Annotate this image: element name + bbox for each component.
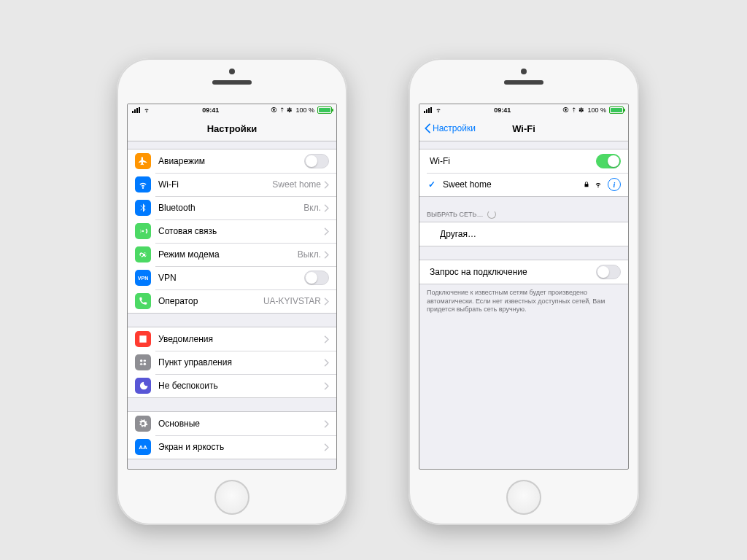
row-label: Уведомления bbox=[158, 334, 324, 344]
battery-icon bbox=[317, 106, 332, 114]
back-button[interactable]: Настройки bbox=[424, 123, 476, 133]
spinner-icon bbox=[487, 210, 496, 219]
chevron-right-icon bbox=[324, 359, 329, 367]
row-label: Авиарежим bbox=[158, 156, 304, 166]
row-display[interactable]: AA Экран и яркость bbox=[128, 435, 336, 459]
row-label: Другая… bbox=[427, 229, 621, 239]
row-value: Вкл. bbox=[303, 203, 321, 213]
chevron-right-icon bbox=[324, 204, 329, 212]
row-general[interactable]: Основные bbox=[128, 412, 336, 435]
signal-bars-icon bbox=[424, 107, 432, 113]
row-vpn[interactable]: VPN VPN bbox=[128, 266, 336, 289]
row-airplane[interactable]: Авиарежим bbox=[128, 149, 336, 173]
home-button[interactable] bbox=[506, 480, 541, 515]
ask-to-join-switch[interactable] bbox=[596, 265, 621, 279]
choose-network-group: Другая… bbox=[419, 222, 628, 246]
phone-icon bbox=[135, 293, 151, 309]
chevron-left-icon bbox=[424, 123, 431, 133]
gear-icon bbox=[135, 416, 151, 432]
battery-icon bbox=[609, 106, 624, 114]
settings-group-connectivity: Авиарежим Wi-Fi Sweet home bbox=[128, 149, 336, 314]
iphone-device-left: 09:41 ⦿ ⇡ ✽ 100 % Настройки Авиарежим bbox=[117, 58, 347, 525]
airplane-switch[interactable] bbox=[304, 154, 329, 168]
cellular-icon bbox=[135, 223, 151, 239]
row-controlcenter[interactable]: Пункт управления bbox=[128, 351, 336, 374]
row-bluetooth[interactable]: Bluetooth Вкл. bbox=[128, 196, 336, 219]
row-carrier[interactable]: Оператор UA-KYIVSTAR bbox=[128, 289, 336, 313]
display-icon: AA bbox=[135, 439, 151, 455]
row-dnd[interactable]: Не беспокоить bbox=[128, 374, 336, 397]
wifi-icon bbox=[143, 107, 150, 113]
status-indicators-icon: ⦿ ⇡ ✽ bbox=[271, 106, 293, 114]
row-label: Сотовая связь bbox=[158, 226, 324, 236]
row-label: Оператор bbox=[158, 296, 263, 306]
chevron-right-icon bbox=[324, 382, 329, 390]
settings-content: Авиарежим Wi-Fi Sweet home bbox=[128, 141, 336, 469]
row-value: Выкл. bbox=[298, 249, 321, 260]
page-title: Настройки bbox=[207, 123, 258, 134]
wifi-content: Wi-Fi ✓ Sweet home i ВЫБРАТЬ СЕТЬ… bbox=[419, 141, 628, 469]
status-time: 09:41 bbox=[202, 106, 219, 114]
row-label: Экран и яркость bbox=[158, 442, 324, 452]
row-cellular[interactable]: Сотовая связь bbox=[128, 219, 336, 243]
airplane-icon bbox=[135, 153, 151, 169]
wifi-strength-icon bbox=[595, 181, 602, 188]
row-label: Wi-Fi bbox=[427, 156, 596, 166]
row-connected-network[interactable]: ✓ Sweet home i bbox=[419, 173, 628, 196]
vpn-icon: VPN bbox=[135, 270, 151, 286]
row-label: Bluetooth bbox=[158, 203, 303, 213]
status-time: 09:41 bbox=[494, 106, 511, 114]
row-label: VPN bbox=[158, 273, 304, 283]
battery-text: 100 % bbox=[587, 106, 606, 114]
row-label: Не беспокоить bbox=[158, 381, 324, 391]
iphone-device-right: 09:41 ⦿ ⇡ ✽ 100 % Настройки Wi-Fi Wi-Fi bbox=[409, 58, 639, 525]
wifi-icon bbox=[435, 107, 442, 113]
svg-rect-3 bbox=[140, 363, 143, 365]
lock-icon bbox=[583, 181, 590, 188]
wifi-settings-icon bbox=[135, 176, 151, 192]
row-notifications[interactable]: Уведомления bbox=[128, 327, 336, 351]
signal-bars-icon bbox=[132, 107, 140, 113]
settings-group-notifications: Уведомления Пункт управления bbox=[128, 327, 336, 398]
row-wifi[interactable]: Wi-Fi Sweet home bbox=[128, 173, 336, 196]
info-button[interactable]: i bbox=[608, 178, 621, 191]
status-bar: 09:41 ⦿ ⇡ ✽ 100 % bbox=[128, 104, 336, 116]
ask-to-join-footer: Подключение к известным сетям будет прои… bbox=[419, 284, 628, 319]
row-other-network[interactable]: Другая… bbox=[419, 222, 628, 246]
row-label: Пункт управления bbox=[158, 357, 324, 368]
chevron-right-icon bbox=[324, 298, 329, 306]
hotspot-icon bbox=[135, 246, 151, 262]
network-name: Sweet home bbox=[443, 179, 578, 190]
screen-wifi: 09:41 ⦿ ⇡ ✽ 100 % Настройки Wi-Fi Wi-Fi bbox=[419, 104, 629, 470]
row-value: UA-KYIVSTAR bbox=[263, 296, 321, 306]
svg-rect-1 bbox=[144, 360, 147, 362]
controlcenter-icon bbox=[135, 354, 151, 370]
home-button[interactable] bbox=[214, 480, 249, 515]
wifi-main-group: Wi-Fi ✓ Sweet home i bbox=[419, 149, 628, 197]
vpn-switch[interactable] bbox=[304, 271, 329, 285]
chevron-right-icon bbox=[324, 228, 329, 236]
status-bar: 09:41 ⦿ ⇡ ✽ 100 % bbox=[419, 104, 628, 116]
row-hotspot[interactable]: Режим модема Выкл. bbox=[128, 243, 336, 266]
row-label: Запрос на подключение bbox=[427, 267, 596, 277]
checkmark-icon: ✓ bbox=[427, 179, 437, 190]
back-label: Настройки bbox=[433, 123, 476, 133]
bluetooth-icon bbox=[135, 200, 151, 216]
row-label: Режим модема bbox=[158, 249, 298, 260]
chevron-right-icon bbox=[324, 443, 329, 451]
dnd-moon-icon bbox=[135, 378, 151, 394]
notifications-icon bbox=[135, 331, 151, 347]
row-wifi-toggle[interactable]: Wi-Fi bbox=[419, 149, 628, 173]
row-ask-to-join[interactable]: Запрос на подключение bbox=[419, 260, 628, 284]
chevron-right-icon bbox=[324, 420, 329, 428]
settings-group-general: Основные AA Экран и яркость bbox=[128, 411, 336, 459]
page-title: Wi-Fi bbox=[512, 123, 535, 134]
svg-point-2 bbox=[144, 363, 147, 366]
chevron-right-icon bbox=[324, 251, 329, 259]
wifi-switch[interactable] bbox=[596, 154, 621, 168]
ask-to-join-group: Запрос на подключение bbox=[419, 260, 628, 284]
battery-text: 100 % bbox=[295, 106, 314, 114]
status-indicators-icon: ⦿ ⇡ ✽ bbox=[562, 106, 584, 114]
navbar-wifi: Настройки Wi-Fi bbox=[419, 116, 628, 141]
navbar-settings: Настройки bbox=[128, 116, 336, 141]
